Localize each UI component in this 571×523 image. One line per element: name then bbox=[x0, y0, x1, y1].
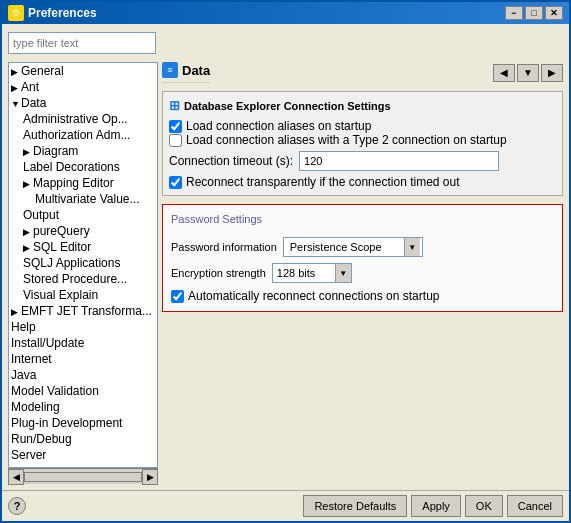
tree-item-sqlj[interactable]: SQLJ Applications bbox=[9, 255, 157, 271]
close-button[interactable]: ✕ bbox=[545, 6, 563, 20]
tree-item-admin-op[interactable]: Administrative Op... bbox=[9, 111, 157, 127]
title-bar: ⚙ Preferences − □ ✕ bbox=[2, 2, 569, 24]
expander-diagram[interactable]: ▶ bbox=[23, 147, 33, 157]
cancel-button[interactable]: Cancel bbox=[507, 495, 563, 517]
tree-item-label-decorations[interactable]: Label Decorations bbox=[9, 159, 157, 175]
load-aliases-label: Load connection aliases on startup bbox=[186, 119, 371, 133]
db-explorer-heading-text: Database Explorer Connection Settings bbox=[184, 100, 391, 112]
minimize-button[interactable]: − bbox=[505, 6, 523, 20]
scroll-right-button[interactable]: ▶ bbox=[142, 469, 158, 485]
db-explorer-section: ⊞ Database Explorer Connection Settings … bbox=[162, 91, 563, 196]
connection-timeout-label: Connection timeout (s): bbox=[169, 154, 293, 168]
expander-data[interactable]: ▼ bbox=[11, 99, 21, 109]
tree-item-mapping-editor[interactable]: ▶Mapping Editor bbox=[9, 175, 157, 191]
tree-item-install[interactable]: Install/Update bbox=[9, 335, 157, 351]
password-info-dropdown[interactable]: Persistence Scope ▼ bbox=[283, 237, 423, 257]
expander-emft[interactable]: ▶ bbox=[11, 307, 21, 317]
expander-mapping[interactable]: ▶ bbox=[23, 179, 33, 189]
expander-sql-editor[interactable]: ▶ bbox=[23, 243, 33, 253]
auto-reconnect-label: Automatically reconnect connections on s… bbox=[188, 289, 439, 303]
reconnect-checkbox[interactable] bbox=[169, 176, 182, 189]
load-aliases-type2-label: Load connection aliases with a Type 2 co… bbox=[186, 133, 507, 147]
encryption-dropdown-arrow[interactable]: ▼ bbox=[335, 264, 351, 282]
db-connection-icon: ⊞ bbox=[169, 98, 180, 113]
scroll-left-button[interactable]: ◀ bbox=[8, 469, 24, 485]
title-bar-left: ⚙ Preferences bbox=[8, 5, 97, 21]
password-info-label: Password information bbox=[171, 241, 277, 253]
expander-ant[interactable]: ▶ bbox=[11, 83, 21, 93]
title-buttons: − □ ✕ bbox=[505, 6, 563, 20]
expander-general[interactable]: ▶ bbox=[11, 67, 21, 77]
tree-item-diagram[interactable]: ▶Diagram bbox=[9, 143, 157, 159]
tree-item-run-debug[interactable]: Run/Debug bbox=[9, 431, 157, 447]
tree-item-internet[interactable]: Internet bbox=[9, 351, 157, 367]
tree-item-purequery[interactable]: ▶pureQuery bbox=[9, 223, 157, 239]
password-settings-legend: Password Settings bbox=[171, 213, 554, 225]
content-area: ▶General ▶Ant ▼Data Administrative Op...… bbox=[2, 24, 569, 490]
expander-purequery[interactable]: ▶ bbox=[23, 227, 33, 237]
auto-reconnect-row: Automatically reconnect connections on s… bbox=[171, 289, 554, 303]
load-aliases-type2-checkbox[interactable] bbox=[169, 134, 182, 147]
password-info-row: Password information Persistence Scope ▼ bbox=[171, 237, 554, 257]
preferences-window: ⚙ Preferences − □ ✕ ▶General bbox=[0, 0, 571, 523]
bottom-left: ? bbox=[8, 497, 26, 515]
connection-timeout-input[interactable] bbox=[299, 151, 499, 171]
ok-button[interactable]: OK bbox=[465, 495, 503, 517]
window-icon: ⚙ bbox=[8, 5, 24, 21]
scroll-track[interactable] bbox=[24, 472, 142, 482]
horizontal-scrollbar[interactable]: ◀ ▶ bbox=[8, 468, 158, 484]
help-button[interactable]: ? bbox=[8, 497, 26, 515]
window-title: Preferences bbox=[28, 6, 97, 20]
tree-item-help[interactable]: Help bbox=[9, 319, 157, 335]
tree-item-auth-admin[interactable]: Authorization Adm... bbox=[9, 127, 157, 143]
tree-item-modeling[interactable]: Modeling bbox=[9, 399, 157, 415]
load-aliases-row: Load connection aliases on startup bbox=[169, 119, 556, 133]
nav-dropdown-button[interactable]: ▼ bbox=[517, 64, 539, 82]
tree-item-general[interactable]: ▶General bbox=[9, 63, 157, 79]
tree-item-output[interactable]: Output bbox=[9, 207, 157, 223]
panel-title-icon: ≡ bbox=[162, 62, 178, 78]
db-explorer-heading: ⊞ Database Explorer Connection Settings bbox=[169, 98, 556, 113]
encryption-strength-value: 128 bits bbox=[273, 267, 335, 279]
restore-defaults-button[interactable]: Restore Defaults bbox=[303, 495, 407, 517]
left-panel: ▶General ▶Ant ▼Data Administrative Op...… bbox=[8, 62, 158, 468]
tree-item-plugin-dev[interactable]: Plug-in Development bbox=[9, 415, 157, 431]
tree-item-ant[interactable]: ▶Ant bbox=[9, 79, 157, 95]
tree-item-data[interactable]: ▼Data bbox=[9, 95, 157, 111]
tree-item-java[interactable]: Java bbox=[9, 367, 157, 383]
maximize-button[interactable]: □ bbox=[525, 6, 543, 20]
nav-back-button[interactable]: ◀ bbox=[493, 64, 515, 82]
tree-item-multivariate[interactable]: Multivariate Value... bbox=[9, 191, 157, 207]
encryption-strength-dropdown[interactable]: 128 bits ▼ bbox=[272, 263, 352, 283]
reconnect-label: Reconnect transparently if the connectio… bbox=[186, 175, 460, 189]
bottom-bar: ? Restore Defaults Apply OK Cancel bbox=[2, 490, 569, 521]
nav-buttons: ◀ ▼ ▶ bbox=[493, 64, 563, 82]
reconnect-row: Reconnect transparently if the connectio… bbox=[169, 175, 556, 189]
left-panel-container: ▶General ▶Ant ▼Data Administrative Op...… bbox=[8, 62, 158, 484]
password-settings-section: Password Settings Password information P… bbox=[162, 204, 563, 312]
right-panel: ≡ Data ◀ ▼ ▶ ⊞ Database Ex bbox=[162, 62, 563, 484]
nav-forward-button[interactable]: ▶ bbox=[541, 64, 563, 82]
panel-header-row: ≡ Data ◀ ▼ ▶ bbox=[162, 62, 563, 83]
tree-item-stored-procedure[interactable]: Stored Procedure... bbox=[9, 271, 157, 287]
tree-item-server[interactable]: Server bbox=[9, 447, 157, 463]
tree-item-sql-editor[interactable]: ▶SQL Editor bbox=[9, 239, 157, 255]
apply-button[interactable]: Apply bbox=[411, 495, 461, 517]
search-input[interactable] bbox=[8, 32, 156, 54]
password-info-value: Persistence Scope bbox=[286, 241, 386, 253]
panel-title: ≡ Data bbox=[162, 62, 210, 83]
db-icon: ≡ bbox=[167, 65, 172, 75]
encryption-strength-row: Encryption strength 128 bits ▼ bbox=[171, 263, 554, 283]
tree-item-emft[interactable]: ▶EMFT JET Transforma... bbox=[9, 303, 157, 319]
panel-title-text: Data bbox=[182, 63, 210, 78]
load-aliases-type2-row: Load connection aliases with a Type 2 co… bbox=[169, 133, 556, 147]
main-content: ▶General ▶Ant ▼Data Administrative Op...… bbox=[8, 62, 563, 484]
load-aliases-checkbox[interactable] bbox=[169, 120, 182, 133]
auto-reconnect-checkbox[interactable] bbox=[171, 290, 184, 303]
tree-item-model-validation[interactable]: Model Validation bbox=[9, 383, 157, 399]
search-area bbox=[8, 30, 563, 58]
password-info-dropdown-arrow[interactable]: ▼ bbox=[404, 238, 420, 256]
encryption-strength-label: Encryption strength bbox=[171, 267, 266, 279]
tree-item-visual-explain[interactable]: Visual Explain bbox=[9, 287, 157, 303]
db-explorer-box: ⊞ Database Explorer Connection Settings … bbox=[162, 91, 563, 196]
